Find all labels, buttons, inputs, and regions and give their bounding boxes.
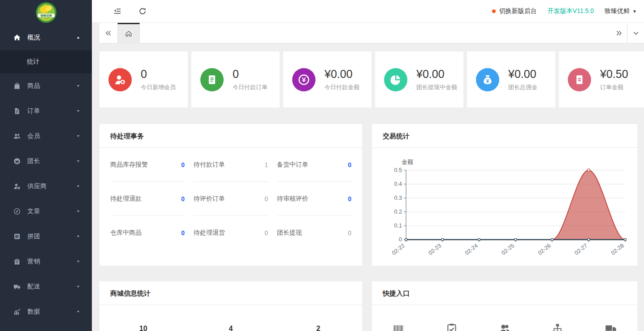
menu-fold-icon[interactable]: [113, 7, 121, 15]
transactions-panel-title: 交易统计: [372, 124, 637, 148]
stat-cards-row: 0 今日新增会员 0 今日付款订单 ¥ ¥0.00 今日付款金额 ¥0.00 团…: [99, 52, 644, 107]
pending-panel: 待处理事务 商品库存报警 0待付款订单 1备货中订单 0待处理退款 0待评价订单…: [99, 124, 362, 266]
pending-label: 仓库中商品: [110, 229, 142, 237]
tabs-scroll-left-button[interactable]: [99, 23, 117, 43]
crown-icon: [13, 158, 21, 165]
notification-dot-icon: [492, 9, 496, 13]
sidebar-item-label: 数据: [27, 308, 76, 316]
sidebar-item-商品[interactable]: 商品 ▼: [0, 73, 92, 99]
data-chart-icon: [13, 308, 21, 315]
mall-stat-value: 2: [275, 325, 362, 331]
pending-value[interactable]: 0: [181, 229, 185, 236]
shortcut-会员管理[interactable]: 会员管理: [478, 323, 531, 331]
sidebar-item-label: 会员: [27, 132, 76, 140]
stat-card-订单金额: ¥0.50 订单金额: [559, 52, 644, 107]
sidebar-item-配送[interactable]: 配送 ▼: [0, 274, 92, 299]
shortcuts-panel: 快捷入口 发布商品 订单列表 会员管理 团长管理 供应商管理: [372, 281, 637, 331]
switch-new-admin-label: 切换新版后台: [499, 7, 537, 15]
sidebar-item-label: 概况: [27, 34, 76, 42]
paid-order-icon: [200, 68, 224, 91]
pending-value[interactable]: 0: [348, 195, 351, 202]
version-link[interactable]: 开发版本V11.5.0: [548, 7, 594, 15]
tab-home[interactable]: [117, 23, 140, 43]
stat-value: ¥0.00: [416, 68, 457, 81]
pending-label: 待评价订单: [194, 195, 225, 203]
pending-label: 待处理退货: [194, 229, 225, 237]
shortcut-订单列表[interactable]: 订单列表: [425, 323, 478, 331]
transactions-chart: 00.10.20.30.40.502-2202-2302-2402-2502-2…: [372, 148, 637, 266]
document-icon: [13, 107, 21, 115]
pending-item-团长提现: 团长提现 0: [277, 216, 351, 249]
caret-down-icon: ▼: [76, 285, 80, 288]
sidebar: 致臻优鲜 概况 ▲统计 商品 ▼ 订单 ▼ 会员 ▼ 团长 ▼ 供应商 ▼ 文章…: [0, 0, 92, 331]
svg-text:02-27: 02-27: [574, 242, 589, 256]
sidebar-item-label: 供应商: [27, 182, 76, 190]
svg-text:02-23: 02-23: [428, 242, 443, 256]
sidebar-item-会员[interactable]: 会员 ▼: [0, 124, 92, 149]
shortcut-供应商管理[interactable]: 供应商管理: [584, 323, 637, 331]
stat-value: 0: [233, 68, 268, 81]
sidebar-item-文章[interactable]: 文章 ▼: [0, 199, 92, 224]
stat-value: ¥0.50: [600, 68, 628, 81]
mall-stat-会员总数: 10 会员总数: [99, 325, 187, 331]
caret-down-icon: ▼: [76, 235, 80, 238]
sidebar-item-概况[interactable]: 概况 ▲: [0, 25, 92, 50]
sidebar-item-供应商[interactable]: 供应商 ▼: [0, 174, 92, 199]
moneybag-icon: ¥: [476, 68, 499, 91]
pending-item-待处理退货: 待处理退货 0: [194, 216, 268, 249]
sidebar-item-订单[interactable]: 订单 ▼: [0, 99, 92, 124]
pending-value[interactable]: 0: [181, 161, 185, 168]
caret-down-icon: ▼: [76, 109, 80, 113]
shortcut-团长管理[interactable]: 团长管理: [531, 323, 584, 331]
tabs-scroll-right-button[interactable]: [610, 23, 627, 43]
shortcut-发布商品[interactable]: 发布商品: [372, 323, 425, 331]
mall-stats-panel: 商城信息统计 10 会员总数4 商品总数2 团长总数: [99, 281, 362, 331]
pending-label: 商品库存报警: [110, 161, 148, 169]
caret-down-icon: ▼: [76, 84, 80, 88]
stat-label: 今日付款订单: [233, 83, 268, 91]
mall-stat-团长总数: 2 团长总数: [275, 325, 362, 331]
supplier-icon: [13, 183, 21, 190]
sidebar-item-label: 营销: [27, 258, 76, 266]
pending-panel-title: 待处理事务: [99, 124, 362, 148]
pending-item-商品库存报警: 商品库存报警 0: [110, 148, 185, 182]
stat-label: 今日付款金额: [324, 83, 359, 91]
main-content: 0 今日新增会员 0 今日付款订单 ¥ ¥0.00 今日付款金额 ¥0.00 团…: [92, 43, 644, 331]
sidebar-subitem-统计[interactable]: 统计: [0, 50, 92, 73]
sidebar-item-拼团[interactable]: 拼 拼团 ▼: [0, 224, 92, 249]
svg-text:0.5: 0.5: [394, 167, 402, 173]
sidebar-item-label: 订单: [27, 107, 76, 115]
caret-down-icon: ▼: [76, 210, 80, 213]
sidebar-item-数据[interactable]: 数据 ▼: [0, 299, 92, 324]
stat-card-今日付款金额: ¥ ¥0.00 今日付款金额: [283, 52, 372, 107]
brand-logo: 致臻优鲜: [0, 0, 92, 25]
sidebar-item-团长[interactable]: 团长 ▼: [0, 149, 92, 174]
users-icon: [13, 133, 21, 140]
tabs-menu-button[interactable]: [627, 23, 644, 43]
switch-new-admin-link[interactable]: 切换新版后台: [492, 7, 537, 15]
caret-down-icon: ▼: [76, 260, 80, 263]
pending-item-仓库中商品: 仓库中商品 0: [110, 216, 185, 249]
svg-text:0: 0: [399, 236, 402, 243]
stat-value: ¥0.00: [508, 68, 537, 81]
pending-value: 0: [264, 229, 268, 236]
pending-value[interactable]: 0: [348, 161, 351, 168]
compass-icon: [13, 208, 21, 215]
sidebar-item-营销[interactable]: 营销 ▼: [0, 249, 92, 274]
sidebar-menu: 概况 ▲统计 商品 ▼ 订单 ▼ 会员 ▼ 团长 ▼ 供应商 ▼ 文章 ▼拼 拼…: [0, 25, 92, 331]
shortcuts: 发布商品 订单列表 会员管理 团长管理 供应商管理: [372, 305, 637, 331]
pending-item-备货中订单: 备货中订单 0: [277, 148, 351, 182]
svg-text:02-26: 02-26: [537, 242, 552, 256]
members-icon: [499, 323, 510, 331]
clipboard-check-icon: [446, 323, 458, 331]
pending-label: 备货中订单: [277, 161, 308, 169]
stat-value: 0: [141, 68, 176, 81]
caret-down-icon: ▼: [76, 185, 80, 188]
pending-label: 待审核评价: [277, 195, 308, 203]
pending-value[interactable]: 0: [181, 195, 185, 202]
refresh-icon[interactable]: [138, 7, 147, 15]
pending-value: 0: [264, 195, 268, 202]
caret-up-icon: ▲: [76, 36, 80, 39]
account-menu[interactable]: 致臻优鲜 ▼: [605, 7, 637, 15]
sidebar-item-partial[interactable]: [0, 324, 92, 331]
